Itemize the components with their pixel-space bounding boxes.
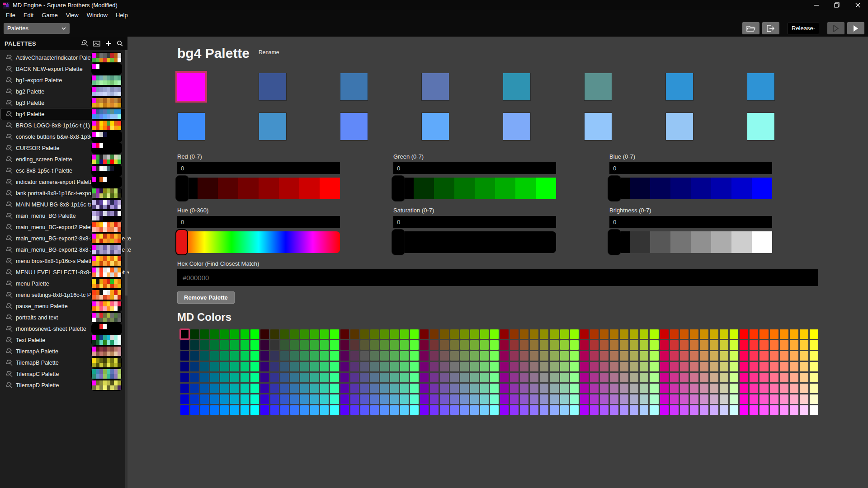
palette-list-item[interactable]: main_menu_BG-export2 Palette [1,221,127,233]
slider-value-input-green[interactable] [393,162,556,174]
md-color-cell[interactable] [350,384,359,393]
md-color-cell[interactable] [500,340,509,350]
palette-color-swatch[interactable] [665,73,693,101]
md-color-cell[interactable] [320,351,329,361]
md-color-cell[interactable] [250,340,259,350]
md-color-cell[interactable] [400,362,409,371]
md-color-cell[interactable] [450,329,459,339]
md-color-cell[interactable] [670,340,679,350]
md-color-cell[interactable] [580,340,589,350]
md-color-cell[interactable] [241,351,249,361]
md-color-cell[interactable] [520,340,528,350]
palette-color-swatch[interactable] [747,73,775,101]
md-color-cell[interactable] [180,329,189,339]
md-color-cell[interactable] [330,329,339,339]
md-color-cell[interactable] [790,362,798,371]
rename-button[interactable]: Rename [259,49,279,56]
md-color-cell[interactable] [430,384,439,393]
md-color-cell[interactable] [180,373,189,382]
md-color-cell[interactable] [670,329,679,339]
md-color-cell[interactable] [690,384,698,393]
md-color-cell[interactable] [750,362,758,371]
md-color-cell[interactable] [700,340,708,350]
md-color-cell[interactable] [480,384,489,393]
md-color-cell[interactable] [570,384,579,393]
md-color-cell[interactable] [410,351,419,361]
md-color-cell[interactable] [790,329,798,339]
md-color-cell[interactable] [650,373,658,382]
md-color-cell[interactable] [500,384,509,393]
md-color-cell[interactable] [750,373,758,382]
md-color-cell[interactable] [210,329,219,339]
md-color-cell[interactable] [500,362,509,371]
mode-dropdown[interactable]: Palettes [4,23,70,34]
palette-list-item[interactable]: rhombosnew1-sheet Palette [1,323,127,334]
md-color-cell[interactable] [470,340,479,350]
md-color-cell[interactable] [730,405,738,415]
md-color-cell[interactable] [490,351,499,361]
palette-list-item[interactable]: pause_menu Palette [1,300,127,312]
md-color-cell[interactable] [760,351,768,361]
md-color-cell[interactable] [270,362,279,371]
md-color-cell[interactable] [360,329,369,339]
slider-bar-saturation[interactable] [393,231,556,253]
md-color-cell[interactable] [500,351,509,361]
md-color-cell[interactable] [280,405,289,415]
md-color-cell[interactable] [560,394,569,404]
palette-color-swatch[interactable] [177,113,205,141]
md-color-cell[interactable] [530,351,538,361]
md-color-cell[interactable] [320,362,329,371]
md-color-cell[interactable] [230,329,239,339]
palette-color-swatch[interactable] [340,73,368,101]
palette-color-swatch[interactable] [175,71,207,103]
md-color-cell[interactable] [410,394,419,404]
md-color-cell[interactable] [680,394,689,404]
md-color-cell[interactable] [780,373,788,382]
md-color-cell[interactable] [760,362,768,371]
md-color-cell[interactable] [460,384,469,393]
md-color-cell[interactable] [760,384,768,393]
md-color-cell[interactable] [530,329,538,339]
md-color-cell[interactable] [640,340,648,350]
md-color-cell[interactable] [270,405,279,415]
md-color-cell[interactable] [770,351,778,361]
md-color-cell[interactable] [460,394,469,404]
md-color-cell[interactable] [640,405,648,415]
palette-list-item[interactable]: MENU LEVEL SELECT1-8x8-1p16c-t Palette [1,267,127,278]
md-color-cell[interactable] [590,362,599,371]
md-color-cell[interactable] [800,351,808,361]
md-color-cell[interactable] [470,394,479,404]
md-color-cell[interactable] [720,405,728,415]
md-color-cell[interactable] [380,384,389,393]
md-color-cell[interactable] [270,351,279,361]
md-color-cell[interactable] [710,362,718,371]
md-color-cell[interactable] [580,373,589,382]
md-color-cell[interactable] [280,394,289,404]
md-color-cell[interactable] [350,405,359,415]
md-color-cell[interactable] [260,329,269,339]
md-color-cell[interactable] [510,351,519,361]
md-color-cell[interactable] [320,384,329,393]
md-color-cell[interactable] [500,329,509,339]
palette-list-item[interactable]: TilemapB Palette [1,357,127,368]
md-color-cell[interactable] [210,373,219,382]
md-color-cell[interactable] [680,340,689,350]
md-color-cell[interactable] [390,373,399,382]
md-color-cell[interactable] [290,362,299,371]
md-color-cell[interactable] [410,373,419,382]
md-color-cell[interactable] [540,362,548,371]
palette-list-item[interactable]: lank portrait-8x8-1p16c-t-export Palette [1,188,127,199]
md-color-cell[interactable] [590,373,599,382]
md-color-cell[interactable] [241,405,249,415]
md-color-cell[interactable] [530,384,538,393]
slider-value-input-saturation[interactable] [393,216,556,228]
md-color-cell[interactable] [590,405,599,415]
md-color-cell[interactable] [480,340,489,350]
md-color-cell[interactable] [300,373,309,382]
md-color-cell[interactable] [300,329,309,339]
md-color-cell[interactable] [280,340,289,350]
md-color-cell[interactable] [450,384,459,393]
md-color-cell[interactable] [350,362,359,371]
md-color-cell[interactable] [370,394,379,404]
palette-color-swatch[interactable] [665,113,693,141]
